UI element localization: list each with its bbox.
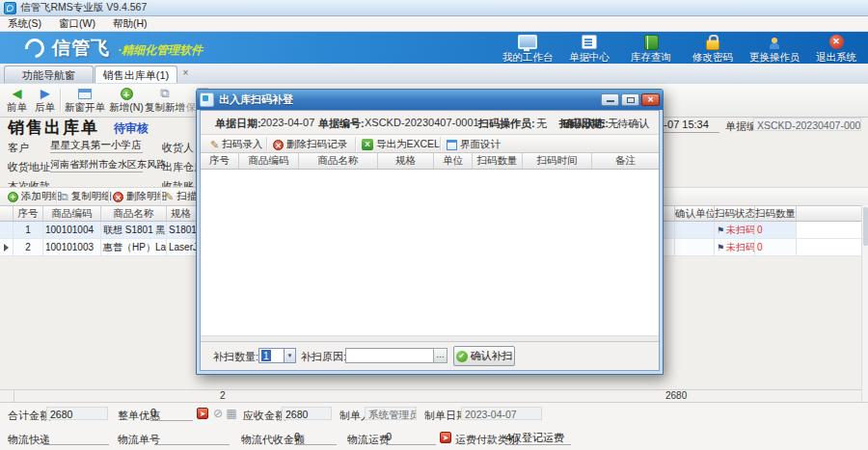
next-arrow-icon: ▶ bbox=[41, 86, 49, 101]
dialog-bottom-bar: 补扫数量: 1 ▼ 补扫原因: … ✔ 确认补扫 bbox=[201, 341, 659, 370]
change-operator-button[interactable]: 更换操作员 bbox=[748, 34, 800, 65]
tab-close-icon[interactable]: × bbox=[179, 67, 192, 80]
dlg-col-spec[interactable]: 规格 bbox=[378, 153, 434, 169]
col-scan-qty[interactable]: 扫码数量 bbox=[755, 206, 797, 221]
inventory-query-button[interactable]: 库存查询 bbox=[625, 34, 677, 65]
brand-slogan: ·精细化管理软件 bbox=[118, 42, 203, 59]
freight-label: 物流运费 bbox=[347, 433, 390, 447]
grid-scrollbar[interactable] bbox=[861, 205, 868, 402]
dialog-icon bbox=[200, 93, 214, 107]
add-detail-button[interactable]: + 添加明细 bbox=[8, 190, 62, 203]
consignee-label: 收货人 bbox=[162, 141, 194, 155]
window-title: 信管飞RMS专业版 V9.4.567 bbox=[20, 1, 147, 14]
discount-clear-icon[interactable]: ⊘ bbox=[212, 408, 224, 419]
os-titlebar: 信管飞RMS专业版 V9.4.567 bbox=[0, 0, 868, 16]
menu-window[interactable]: 窗口(W) bbox=[59, 17, 95, 31]
supplement-reason-label: 补扫原因: bbox=[301, 350, 346, 364]
change-password-button[interactable]: 修改密码 bbox=[687, 34, 739, 65]
menu-system[interactable]: 系统(S) bbox=[8, 17, 41, 31]
tab-sales-outbound[interactable]: 销售出库单(1) bbox=[95, 66, 177, 83]
flag-icon: ⚑ bbox=[717, 243, 724, 252]
dlg-date-value: 2023-04-07 bbox=[260, 117, 314, 128]
supplement-qty-stepper[interactable]: 1 ▼ bbox=[258, 348, 296, 363]
confirm-supplement-button[interactable]: ✔ 确认补扫 bbox=[453, 346, 515, 366]
minimize-icon[interactable] bbox=[601, 93, 619, 106]
dialog-grid-body[interactable] bbox=[201, 170, 659, 335]
dialog-grid-header: 序号 商品编码 商品名称 规格 单位 扫码数量 扫码时间 备注 bbox=[201, 153, 659, 170]
dialog-titlebar[interactable]: 出入库扫码补登 ✕ bbox=[197, 90, 663, 110]
dlg-col-code[interactable]: 商品编码 bbox=[239, 153, 299, 169]
footer-panel: 合计金额 2680 整单优惠 0 ➤ ⊘ ▦ 应收金额 2680 制单人 系统管… bbox=[0, 402, 868, 450]
freight-apply-icon[interactable]: ➤ bbox=[440, 432, 451, 443]
scan-barcode-icon: ✎ bbox=[165, 191, 174, 203]
delete-detail-button[interactable]: ✕ 删除明细 bbox=[113, 190, 167, 203]
next-doc-button[interactable]: ▶ 后单 bbox=[32, 86, 58, 115]
export-excel-icon: X bbox=[362, 139, 373, 150]
workbench-button[interactable]: 我的工作台 bbox=[502, 34, 554, 65]
combo-arrow-icon[interactable]: ▼ bbox=[284, 348, 296, 363]
customer-label: 客户 bbox=[8, 141, 29, 155]
address-field[interactable]: 河南省郑州市金水区东风路 bbox=[50, 158, 143, 172]
copy-detail-button[interactable]: ⧉ 复制明细 bbox=[61, 190, 112, 203]
dialog-toolbar: ✎ 扫码录入 ✕ 删除扫码记录 X 导出为EXCEL 界面设计 bbox=[201, 134, 659, 153]
exit-system-button[interactable]: ✕ 退出系统 bbox=[810, 34, 862, 65]
express-field[interactable] bbox=[43, 431, 109, 445]
col-code[interactable]: 商品编码 bbox=[43, 206, 101, 221]
confirm-check-icon: ✔ bbox=[456, 351, 468, 362]
toolbar-separator bbox=[60, 89, 61, 112]
brand: 信管飞 ·精细化管理软件 bbox=[25, 36, 203, 61]
menu-help[interactable]: 帮助(H) bbox=[113, 17, 148, 31]
add-new-button[interactable]: + 新增(N) bbox=[109, 86, 144, 115]
discount-field[interactable]: 0 bbox=[150, 407, 193, 421]
prev-doc-button[interactable]: ◀ 前单 bbox=[4, 86, 30, 115]
col-name[interactable]: 商品名称 bbox=[101, 206, 167, 221]
dlg-col-unit[interactable]: 单位 bbox=[434, 153, 473, 169]
password-lock-icon bbox=[706, 34, 719, 50]
doc-status-badge: 待审核 bbox=[114, 120, 149, 137]
doc-center-button[interactable]: 单据中心 bbox=[563, 34, 615, 65]
dlg-status-label: 确认状态: bbox=[562, 117, 609, 131]
delete-record-icon: ✕ bbox=[273, 140, 284, 150]
delete-scan-record-button[interactable]: ✕ 删除扫码记录 bbox=[273, 138, 347, 151]
copy-new-button[interactable]: ⧉ 复制新增 bbox=[145, 86, 185, 115]
col-seq[interactable]: 序号 bbox=[14, 206, 43, 221]
col-scan-status[interactable]: 扫码状态 bbox=[715, 206, 755, 221]
discount-apply-icon[interactable]: ➤ bbox=[197, 408, 208, 419]
new-window-open-button[interactable]: 新窗开单 bbox=[62, 86, 108, 115]
dlg-col-name[interactable]: 商品名称 bbox=[299, 153, 378, 169]
dlg-date-label: 单据日期: bbox=[215, 117, 261, 131]
dlg-no-value: XSCKD-20230407-0001 bbox=[365, 117, 479, 128]
delete-detail-icon: ✕ bbox=[113, 192, 123, 202]
tab-nav-window[interactable]: 功能导航窗 bbox=[4, 66, 94, 83]
address-label: 收货地址 bbox=[8, 160, 50, 174]
scan-entry-button[interactable]: ✎ 扫码录入 bbox=[210, 138, 262, 151]
col-confirm-unit[interactable]: 确认单位 bbox=[675, 206, 715, 221]
dlg-operator-label: 扫码操作员: bbox=[478, 117, 535, 131]
cod-field[interactable]: 0 bbox=[294, 431, 337, 445]
dlg-col-scan-time[interactable]: 扫码时间 bbox=[523, 153, 592, 169]
dlg-col-remark[interactable]: 备注 bbox=[592, 153, 659, 169]
create-date-value: 2023-04-07 bbox=[461, 407, 542, 420]
ui-design-button[interactable]: 界面设计 bbox=[447, 138, 501, 151]
brand-name: 信管飞 bbox=[52, 36, 110, 61]
inventory-book-icon bbox=[644, 34, 659, 50]
close-icon[interactable]: ✕ bbox=[641, 93, 660, 106]
freight-type-field[interactable]: 4仅登记运费 bbox=[505, 431, 571, 445]
export-excel-button[interactable]: X 导出为EXCEL bbox=[362, 138, 440, 151]
customer-field[interactable]: 星星文具第一小学店 bbox=[50, 139, 143, 153]
reason-picker-button[interactable]: … bbox=[433, 348, 448, 363]
dlg-col-scan-qty[interactable]: 扫码数量 bbox=[473, 153, 523, 169]
add-detail-icon: + bbox=[8, 192, 18, 202]
discount-grid-icon[interactable]: ▦ bbox=[226, 408, 237, 419]
supplement-reason-input[interactable] bbox=[345, 348, 434, 363]
dlg-col-seq[interactable]: 序号 bbox=[201, 153, 239, 169]
dialog-title: 出入库扫码补登 bbox=[219, 93, 293, 107]
new-window-icon bbox=[78, 86, 92, 101]
operator-person-icon bbox=[770, 34, 779, 50]
maximize-icon[interactable] bbox=[621, 93, 639, 106]
current-row-icon bbox=[4, 244, 9, 251]
doc-title: 销售出库单 bbox=[8, 117, 99, 139]
tracking-field[interactable] bbox=[154, 431, 230, 445]
freight-field[interactable]: 0 bbox=[386, 431, 436, 445]
ui-design-icon bbox=[447, 140, 457, 150]
